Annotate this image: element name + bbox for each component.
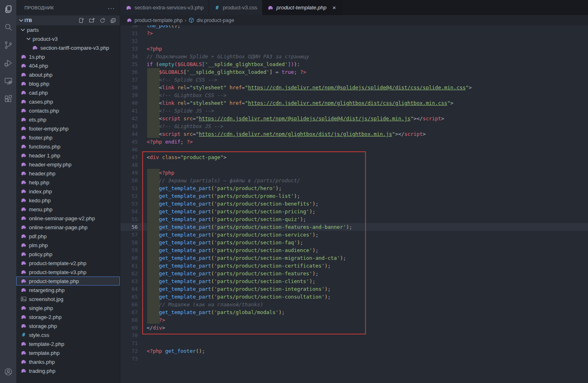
file-item-single-php[interactable]: single.php <box>16 303 120 312</box>
account-icon[interactable] <box>0 363 16 381</box>
line-number: 34 <box>121 53 138 60</box>
file-item-style-css[interactable]: #style.css <box>16 330 120 339</box>
file-item-online-seminar-page-php[interactable]: online-seminar-page.php <box>16 223 120 232</box>
breadcrumb-file-segment[interactable]: product-template.php <box>126 17 183 23</box>
file-item-ets-php[interactable]: ets.php <box>16 115 120 124</box>
file-item-template-php[interactable]: template.php <box>16 348 120 357</box>
file-item-about-php[interactable]: about.php <box>16 70 120 79</box>
code-line-31[interactable]: 31?> <box>121 29 588 37</box>
code-line-34[interactable]: 34// Подключаем Splide + GLightbox ОДИН … <box>121 53 588 60</box>
line-text: ?> <box>147 30 153 36</box>
file-item-policy-php[interactable]: policy.php <box>16 250 120 259</box>
php-file-icon <box>267 4 274 11</box>
folder-item-parts[interactable]: parts <box>16 25 120 34</box>
file-item-blog-php[interactable]: blog.php <box>16 79 120 88</box>
code-line-42[interactable]: 42 <script src="https://cdn.jsdelivr.net… <box>121 115 588 122</box>
file-item-pdf-php[interactable]: pdf.php <box>16 232 120 241</box>
extensions-icon[interactable] <box>0 90 16 108</box>
file-item-cad-php[interactable]: cad.php <box>16 88 120 97</box>
php-file-icon <box>20 251 27 257</box>
file-item-404-php[interactable]: 404.php <box>16 61 120 70</box>
code-line-71[interactable]: 71 <box>121 339 588 347</box>
file-label: plm.php <box>29 242 48 248</box>
file-label: storage.php <box>29 323 57 329</box>
code-line-39[interactable]: 39 <!-- GLightbox CSS --> <box>121 91 588 99</box>
code-line-72[interactable]: 72<?php get_footer(); <box>121 347 588 355</box>
file-label: help.php <box>29 179 49 186</box>
code-line-44[interactable]: 44 <script src="https://cdn.jsdelivr.net… <box>121 130 588 138</box>
code-line-40[interactable]: 40 <link rel="stylesheet" href="https://… <box>121 99 588 107</box>
file-item-thanks-php[interactable]: thanks.php <box>16 357 120 366</box>
file-item-retargeting-php[interactable]: retargeting.php <box>16 286 120 294</box>
file-item-functions-php[interactable]: functions.php <box>16 142 120 151</box>
file-item-plm-php[interactable]: plm.php <box>16 241 120 250</box>
code-line-36[interactable]: 36 $GLOBALS['__splide_glightbox_loaded']… <box>121 68 588 76</box>
source-control-icon[interactable] <box>0 36 16 54</box>
new-folder-icon[interactable] <box>88 17 95 24</box>
php-file-icon <box>20 260 27 266</box>
file-item-header-1-php[interactable]: header 1.php <box>16 151 120 160</box>
annotation-red-box <box>142 151 366 334</box>
line-number: 57 <box>121 231 138 239</box>
css-file-icon: # <box>20 332 27 338</box>
file-item-product-template-php[interactable]: product-template.php <box>16 277 120 286</box>
line-number: 54 <box>121 208 138 215</box>
search-icon[interactable] <box>0 18 16 36</box>
code-line-43[interactable]: 43 <!-- GLightbox JS --> <box>121 122 588 130</box>
code-line-73[interactable]: 73 <box>121 355 588 363</box>
file-item-trading-php[interactable]: trading.php <box>16 366 120 375</box>
line-number: 38 <box>121 84 138 91</box>
refresh-icon[interactable] <box>99 17 106 24</box>
tab-product-v3-css[interactable]: #product-v3.css <box>209 0 263 15</box>
file-item-section-tariff-compare-v3-php[interactable]: section-tariff-compare-v3.php <box>16 43 120 52</box>
file-item-kedo-php[interactable]: kedo.php <box>16 196 120 205</box>
code-line-38[interactable]: 38 <link rel="stylesheet" href="https://… <box>121 84 588 91</box>
tab-product-template-php[interactable]: product-template.php× <box>262 0 343 15</box>
code-editor[interactable]: 30the_post();31?>3233<?php34// Подключае… <box>121 25 588 383</box>
file-item-product-template-v3-php[interactable]: product-template-v3.php <box>16 268 120 277</box>
line-text: <link rel="stylesheet" href="https://cdn… <box>147 84 472 91</box>
explorer-overflow-menu[interactable]: ··· <box>108 4 115 11</box>
folder-item-product-v3[interactable]: product-v3 <box>16 34 120 43</box>
file-item-menu-php[interactable]: menu.php <box>16 205 120 214</box>
code-line-37[interactable]: 37 <!-- Splide CSS --> <box>121 76 588 84</box>
close-icon[interactable]: × <box>330 4 338 11</box>
collapse-all-icon[interactable] <box>109 17 117 24</box>
file-item-index-php[interactable]: index.php <box>16 187 120 196</box>
code-line-35[interactable]: 35if (empty($GLOBALS['__splide_glightbox… <box>121 60 588 68</box>
new-file-icon[interactable] <box>77 17 85 24</box>
run-debug-icon[interactable] <box>0 54 16 72</box>
file-item-product-template-v2-php[interactable]: product-template-v2.php <box>16 259 120 268</box>
code-line-32[interactable]: 32 <box>121 37 588 45</box>
file-label: template.php <box>29 350 59 356</box>
php-file-icon <box>20 80 27 87</box>
files-icon[interactable] <box>0 0 16 18</box>
file-item-footer-empty-php[interactable]: footer-empty.php <box>16 124 120 133</box>
php-file-icon <box>20 71 27 78</box>
file-label: 404.php <box>29 63 48 69</box>
file-item-screenshot-jpg[interactable]: screenshot.jpg <box>16 294 120 303</box>
explorer-section-header[interactable]: ITB <box>16 15 120 25</box>
code-line-45[interactable]: 45<?php endif; ?> <box>121 138 588 146</box>
file-item-help-php[interactable]: help.php <box>16 178 120 187</box>
file-item-cases-php[interactable]: cases.php <box>16 97 120 106</box>
line-text: <script src="https://cdn.jsdelivr.net/np… <box>147 115 444 122</box>
file-item-1s-php[interactable]: 1s.php <box>16 52 120 61</box>
tab-strip: section-extra-services-v3.php#product-v3… <box>121 0 588 15</box>
file-label: blog.php <box>29 81 49 87</box>
code-line-30[interactable]: 30the_post(); <box>121 25 588 29</box>
file-item-template-2-php[interactable]: template-2.php <box>16 339 120 348</box>
file-item-storage-php[interactable]: storage.php <box>16 321 120 330</box>
code-line-33[interactable]: 33<?php <box>121 45 588 53</box>
file-item-storage-2-php[interactable]: storage-2.php <box>16 312 120 321</box>
remote-explorer-icon[interactable] <box>0 72 16 90</box>
file-item-online-seminar-page-v2-php[interactable]: online-seminar-page-v2.php <box>16 214 120 223</box>
php-file-icon <box>20 206 27 213</box>
file-item-footer-php[interactable]: footer.php <box>16 133 120 142</box>
file-item-header-php[interactable]: header.php <box>16 169 120 178</box>
tab-section-extra-services-v3-php[interactable]: section-extra-services-v3.php <box>121 0 209 15</box>
file-item-header-empty-php[interactable]: header-empty.php <box>16 160 120 169</box>
breadcrumb-symbol-segment[interactable]: div.product-page <box>188 17 234 23</box>
file-item-contacts-php[interactable]: contacts.php <box>16 106 120 115</box>
code-line-41[interactable]: 41 <!-- Splide JS --> <box>121 107 588 115</box>
